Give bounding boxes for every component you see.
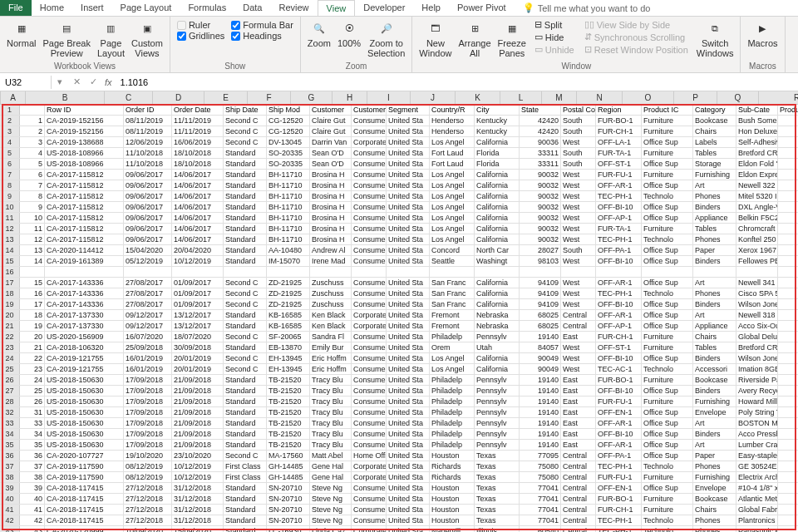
arrange-all-button[interactable]: ⊞Arrange All — [456, 18, 492, 60]
cell[interactable]: Storage — [693, 159, 736, 169]
cell[interactable]: 15/04/2020 — [124, 245, 172, 255]
hide-button[interactable]: ▭Hide — [531, 31, 578, 43]
cell[interactable]: US-2018-150630 — [45, 407, 124, 417]
cell[interactable]: 01/09/2017 — [172, 288, 224, 298]
cell[interactable]: Brosina H — [310, 191, 352, 201]
cell[interactable]: 12/06/2019 — [124, 137, 172, 147]
cell[interactable]: South — [561, 245, 596, 255]
cell[interactable]: Hon Deluxe Fabric Upholstered Stacking C… — [736, 126, 778, 136]
cell[interactable]: 17/09/2018 — [124, 407, 172, 417]
tab-developer[interactable]: Developer — [355, 0, 413, 16]
cell[interactable]: Office Sup — [642, 310, 693, 320]
cell[interactable]: United Sta — [387, 256, 430, 266]
cell[interactable]: 19140 — [520, 386, 561, 396]
cell[interactable]: 14/06/2017 — [172, 180, 224, 190]
cell[interactable]: FUR-BO-1 — [596, 116, 642, 126]
cell[interactable]: 90032 — [520, 224, 561, 234]
cell[interactable]: East — [561, 375, 596, 385]
header-cell[interactable]: Region — [596, 105, 642, 115]
cell[interactable]: Consumer — [352, 386, 387, 396]
cell[interactable]: Los Angel — [430, 137, 475, 147]
cell[interactable]: Nebraska — [475, 321, 520, 331]
cell[interactable]: CA-2017-115812 — [45, 213, 124, 223]
cell[interactable]: California — [475, 202, 520, 212]
cell[interactable]: Irene Mad — [310, 256, 352, 266]
cell[interactable]: 11/11/2019 — [172, 116, 224, 126]
cell[interactable]: Standard — [224, 342, 267, 352]
cell[interactable]: Florida — [475, 148, 520, 158]
row-header[interactable]: 28 — [0, 397, 20, 406]
cell[interactable]: Brosina H — [310, 224, 352, 234]
cell[interactable]: 25/09/2018 — [124, 342, 172, 352]
cell[interactable]: 10/09/2020 — [124, 526, 172, 532]
col-header-P[interactable]: P — [674, 91, 717, 104]
cell[interactable]: 14 — [20, 256, 45, 266]
row-header[interactable]: 39 — [0, 483, 20, 493]
cell[interactable]: US-2018-150630 — [45, 418, 124, 428]
cell[interactable]: Consumer — [352, 407, 387, 417]
cell[interactable]: OFF-AP-1 — [596, 321, 642, 331]
cell[interactable]: Second C — [224, 288, 267, 298]
row-header[interactable]: 35 — [0, 440, 20, 450]
fx-icon[interactable]: fx — [101, 77, 116, 87]
cell[interactable]: Orem — [430, 342, 475, 352]
cell[interactable]: Pennsylv — [475, 386, 520, 396]
cell[interactable]: Consumer — [352, 364, 387, 374]
cell[interactable]: California — [475, 364, 520, 374]
cell[interactable]: TB-21520 — [267, 397, 310, 406]
cell[interactable]: Office Sup — [642, 451, 693, 461]
cell[interactable]: Poly String Tie Envelopes — [736, 407, 778, 417]
cell[interactable]: Tables — [693, 224, 736, 234]
zoom-selection-button[interactable]: 🔎Zoom to Selection — [366, 18, 406, 60]
cell[interactable]: 13/12/2017 — [172, 310, 224, 320]
cell[interactable]: Houston — [430, 483, 475, 493]
cell[interactable]: FUR-BO-1 — [596, 494, 642, 504]
cell[interactable]: Corporate — [352, 526, 387, 532]
cell[interactable]: Brosina H — [310, 234, 352, 244]
row-header[interactable]: 22 — [0, 332, 20, 342]
cell[interactable]: Kentucky — [475, 116, 520, 126]
col-header-J[interactable]: J — [411, 91, 456, 104]
cell[interactable]: 43 — [20, 526, 45, 532]
cell[interactable]: Office Sup — [642, 440, 693, 450]
cell[interactable]: United Sta — [387, 310, 430, 320]
cell[interactable]: 90032 — [520, 213, 561, 223]
cell[interactable]: Standard — [224, 170, 267, 180]
tab-formulas[interactable]: Formulas — [180, 0, 234, 16]
cell[interactable]: 94109 — [520, 288, 561, 298]
row-header[interactable]: 12 — [0, 224, 20, 234]
cell[interactable]: Acco Pressboard Covers with Storage Hook… — [736, 429, 778, 439]
cell[interactable]: 42420 — [520, 116, 561, 126]
cell[interactable]: Lumber Crayons — [736, 440, 778, 450]
cell[interactable]: Consumer — [352, 126, 387, 136]
cell[interactable]: Wilson Jones Active Use Binders — [736, 353, 778, 363]
row-header[interactable]: 36 — [0, 451, 20, 461]
row-header[interactable]: 9 — [0, 191, 20, 201]
cell[interactable]: Consumer — [352, 515, 387, 525]
cell[interactable]: Global Fabric Manager's Chair, Dark Gray — [736, 505, 778, 515]
cell[interactable]: Henderso — [430, 116, 475, 126]
col-header-K[interactable]: K — [456, 91, 500, 104]
cell[interactable]: 19140 — [520, 397, 561, 406]
cell[interactable]: 27/12/2018 — [124, 494, 172, 504]
row-header[interactable]: 5 — [0, 148, 20, 158]
cell[interactable]: Pennsylv — [475, 407, 520, 417]
cell[interactable]: Office Sup — [642, 321, 693, 331]
cell[interactable]: Central — [561, 461, 596, 471]
cell[interactable]: 68025 — [520, 310, 561, 320]
cell[interactable]: Philadelp — [430, 386, 475, 396]
row-header[interactable]: 26 — [0, 375, 20, 385]
unhide-button[interactable]: ▭Unhide — [531, 43, 578, 56]
cell[interactable]: Office Sup — [642, 213, 693, 223]
cell[interactable]: 23/10/2020 — [172, 451, 224, 461]
cell[interactable]: KB-16585 — [267, 321, 310, 331]
cell[interactable] — [20, 267, 45, 277]
row-header[interactable]: 15 — [0, 256, 20, 266]
split-button[interactable]: ⊟Split — [531, 18, 578, 31]
cell[interactable]: Technolo — [642, 288, 693, 298]
formula-input[interactable] — [116, 76, 798, 89]
cell[interactable]: FUR-CH-1 — [596, 126, 642, 136]
cell[interactable]: Paper — [693, 245, 736, 255]
cell[interactable]: 14/06/2017 — [172, 202, 224, 212]
cell[interactable]: BH-11710 — [267, 180, 310, 190]
